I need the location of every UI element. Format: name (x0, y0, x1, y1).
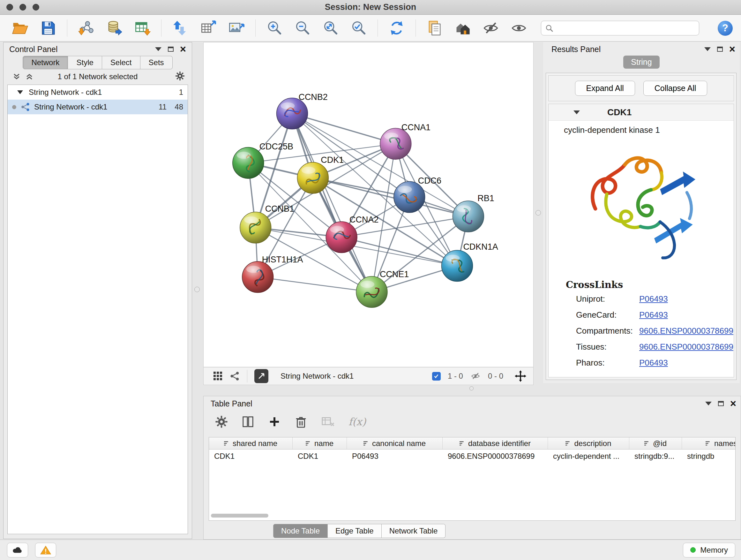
protein-card-header[interactable]: CDK1 (549, 104, 734, 121)
network-edge-HIST1H1A-CCNE1[interactable] (258, 277, 372, 292)
sort-icon (224, 441, 229, 446)
pharos-link[interactable]: P06493 (639, 358, 668, 368)
collapse-all-button[interactable]: Collapse All (643, 81, 708, 96)
cell-canonical-name[interactable]: P06493 (347, 452, 443, 461)
home-button[interactable] (454, 19, 472, 37)
string-tab[interactable]: String (623, 56, 660, 69)
panel-close-icon[interactable]: × (730, 399, 736, 408)
tab-network[interactable]: Network (23, 56, 68, 69)
control-panel-tabs: Network Style Select Sets (3, 55, 192, 69)
import-table-button[interactable] (133, 19, 151, 37)
column-header[interactable]: namespace (682, 437, 736, 449)
column-header[interactable]: name (293, 437, 347, 449)
import-network-database-button[interactable] (105, 19, 124, 37)
tab-select[interactable]: Select (102, 56, 140, 69)
cell-namespace[interactable]: stringdb (682, 452, 736, 461)
panel-menu-icon[interactable] (155, 47, 161, 51)
uniprot-link[interactable]: P06493 (639, 294, 668, 304)
import-network-file-button[interactable] (77, 19, 95, 37)
collapse-section-icon[interactable] (574, 111, 580, 114)
expand-all-button[interactable]: Expand All (575, 81, 635, 96)
panel-menu-icon[interactable] (705, 401, 712, 406)
network-edge-CCNB2-CCNA1[interactable] (292, 114, 395, 144)
scrollbar-thumb[interactable] (211, 514, 268, 517)
network-node-CCNB2[interactable] (277, 98, 308, 129)
tab-node-table[interactable]: Node Table (273, 524, 328, 538)
zoom-in-button[interactable] (265, 19, 284, 37)
clone-network-button[interactable] (199, 19, 218, 37)
zoom-out-button[interactable] (293, 19, 312, 37)
search-input[interactable] (541, 21, 699, 36)
network-node-HIST1H1A[interactable] (242, 261, 273, 293)
network-node-CDKN1A[interactable] (442, 250, 473, 282)
selected-checkbox-icon[interactable] (432, 372, 441, 381)
tissues-link[interactable]: 9606.ENSP00000378699 (639, 342, 733, 352)
panel-float-icon[interactable] (718, 401, 724, 406)
horizontal-scrollbar[interactable] (211, 514, 345, 519)
column-header[interactable]: database identifier (443, 437, 548, 449)
collection-expander-icon[interactable] (17, 90, 23, 94)
tab-network-table[interactable]: Network Table (382, 524, 446, 538)
network-node-CCNE1[interactable] (356, 276, 387, 308)
network-node-CCNB1[interactable] (240, 212, 271, 243)
document-pages-button[interactable] (425, 19, 444, 37)
pan-crosshair-icon[interactable] (515, 370, 526, 382)
help-button[interactable]: ? (718, 21, 733, 36)
panel-close-icon[interactable]: × (729, 45, 735, 53)
zoom-selected-button[interactable] (349, 19, 368, 37)
birdseye-grid-icon[interactable] (213, 371, 223, 381)
open-in-new-window-button[interactable] (254, 369, 268, 383)
open-session-button[interactable] (11, 19, 29, 37)
vertical-splitter-handle[interactable] (194, 287, 200, 292)
genecard-link[interactable]: P06493 (639, 310, 668, 320)
table-options-gear-icon[interactable] (215, 415, 228, 428)
delete-column-trash-icon[interactable] (294, 415, 308, 428)
network-node-CDC25B[interactable] (232, 147, 264, 179)
cell-id[interactable]: stringdb:9... (629, 452, 682, 461)
column-header[interactable]: canonical name (347, 437, 443, 449)
network-view-canvas[interactable]: CCNB2CCNA1CDC25BCDK1CDC6RB1CCNB1CCNA2CDK… (203, 42, 534, 367)
tab-sets[interactable]: Sets (140, 56, 173, 69)
warnings-button[interactable] (35, 543, 56, 557)
new-network-from-selection-button[interactable] (171, 19, 190, 37)
horizontal-splitter-handle[interactable] (469, 386, 474, 390)
cell-name[interactable]: CDK1 (293, 452, 347, 461)
show-elements-button[interactable] (510, 19, 528, 37)
show-columns-icon[interactable] (241, 415, 255, 428)
cell-database-identifier[interactable]: 9606.ENSP00000378699 (443, 452, 548, 461)
table-row[interactable]: CDK1 CDK1 P06493 9606.ENSP00000378699 cy… (209, 449, 735, 463)
hide-elements-button[interactable] (482, 19, 500, 37)
panel-close-icon[interactable]: × (180, 45, 186, 53)
hidden-eye-slash-icon[interactable] (470, 371, 481, 381)
tab-style[interactable]: Style (68, 56, 102, 69)
network-edge-CCNB2-CCNE1[interactable] (292, 114, 372, 292)
panel-float-icon[interactable] (717, 47, 723, 52)
panel-menu-icon[interactable] (704, 47, 711, 51)
network-share-icon[interactable] (230, 371, 240, 381)
memory-button[interactable]: Memory (683, 543, 735, 557)
network-node-RB1[interactable] (453, 201, 484, 232)
grid-export-icon (200, 20, 217, 37)
network-node-CCNA2[interactable] (326, 222, 357, 253)
cloud-button[interactable] (7, 543, 28, 557)
zoom-fit-button[interactable] (321, 19, 340, 37)
network-node-CDC6[interactable] (394, 181, 425, 212)
function-builder-button[interactable]: f(x) (348, 416, 366, 428)
tab-edge-table[interactable]: Edge Table (328, 524, 382, 538)
export-image-button[interactable] (227, 19, 246, 37)
add-column-icon[interactable] (268, 415, 281, 428)
refresh-view-button[interactable] (387, 19, 406, 37)
cell-shared-name[interactable]: CDK1 (209, 452, 293, 461)
column-header[interactable]: @id (629, 437, 682, 449)
column-header[interactable]: description (548, 437, 629, 449)
network-collection-row[interactable]: String Network - cdk1 1 (8, 85, 188, 100)
vertical-splitter-handle[interactable] (536, 210, 541, 215)
panel-float-icon[interactable] (168, 47, 174, 52)
save-session-button[interactable] (39, 19, 57, 37)
network-row-selected[interactable]: String Network - cdk1 11 48 (8, 100, 188, 114)
network-node-CDK1[interactable] (297, 162, 328, 193)
compartments-link[interactable]: 9606.ENSP00000378699 (639, 326, 733, 336)
column-header[interactable]: shared name (209, 437, 293, 449)
cell-description[interactable]: cyclin-dependent ... (548, 452, 629, 461)
network-node-CCNA1[interactable] (380, 128, 411, 159)
